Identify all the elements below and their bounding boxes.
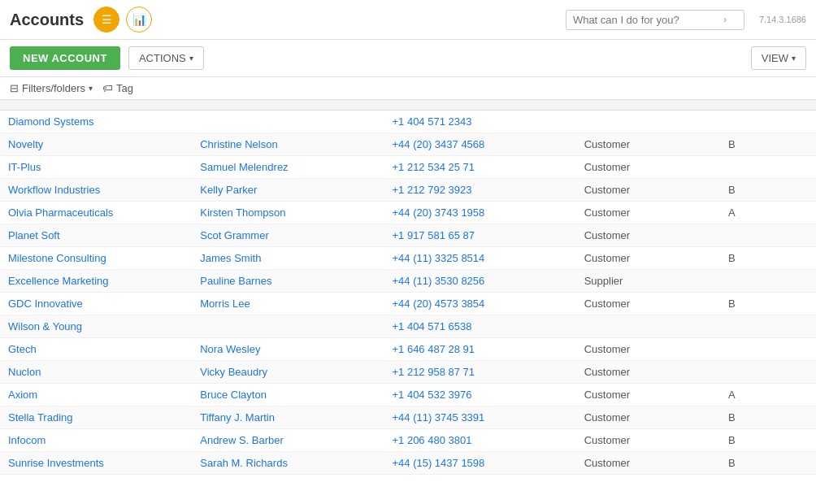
cell-contact[interactable]: Pauline Barnes — [192, 270, 384, 293]
filters-bar: ⊟ Filters/folders ▾ 🏷 Tag — [0, 77, 816, 100]
new-account-button[interactable]: NEW ACCOUNT — [10, 46, 120, 70]
cell-account[interactable]: Nuclon — [0, 361, 192, 384]
table-row: Diamond Systems+1 404 571 2343 — [0, 111, 816, 133]
cell-type: Customer — [576, 452, 720, 475]
col-header-type — [576, 100, 720, 111]
search-input[interactable] — [573, 14, 723, 26]
table-row: Wilson & Young+1 404 571 6538 — [0, 315, 816, 338]
cell-account[interactable]: Diamond Systems — [0, 111, 192, 133]
table-row: InfocomAndrew S. Barber+1 206 480 3801Cu… — [0, 429, 816, 452]
tag-button[interactable]: 🏷 Tag — [102, 82, 133, 94]
cell-rating: B — [720, 133, 816, 156]
table-row: Excellence MarketingPauline Barnes+44 (1… — [0, 270, 816, 293]
cell-contact[interactable]: Christine Nelson — [192, 133, 384, 156]
cell-contact[interactable]: Vicky Beaudry — [192, 361, 384, 384]
filters-label: Filters/folders — [22, 82, 85, 94]
cell-account[interactable]: Axiom — [0, 384, 192, 406]
col-header-rating — [720, 100, 816, 111]
list-view-button[interactable]: ☰ — [93, 7, 119, 33]
filter-icon: ⊟ — [10, 82, 19, 94]
table-row: Workflow IndustriesKelly Parker+1 212 79… — [0, 179, 816, 202]
cell-contact[interactable]: Samuel Melendrez — [192, 156, 384, 179]
cell-account[interactable]: Stella Trading — [0, 406, 192, 429]
tag-icon: 🏷 — [102, 82, 113, 94]
cell-phone: +44 (20) 4573 3854 — [384, 293, 575, 315]
cell-rating — [720, 111, 816, 133]
cell-contact[interactable]: Nora Wesley — [192, 338, 384, 361]
search-box[interactable]: › — [566, 10, 744, 30]
col-header-phone — [384, 100, 575, 111]
cell-account[interactable]: IT-Plus — [0, 156, 192, 179]
cell-account[interactable]: Excellence Marketing — [0, 270, 192, 293]
cell-type — [576, 315, 720, 338]
cell-rating: A — [720, 202, 816, 224]
accounts-table: Diamond Systems+1 404 571 2343NoveltyChr… — [0, 100, 816, 475]
cell-type: Customer — [576, 361, 720, 384]
cell-type: Customer — [576, 384, 720, 406]
cell-rating — [720, 270, 816, 293]
cell-rating — [720, 156, 816, 179]
table-row: Planet SoftScot Grammer+1 917 581 65 87C… — [0, 224, 816, 247]
list-icon: ☰ — [102, 13, 112, 26]
cell-account[interactable]: Novelty — [0, 133, 192, 156]
cell-account[interactable]: GDC Innovative — [0, 293, 192, 315]
chart-view-button[interactable]: 📊 — [126, 7, 152, 33]
cell-account[interactable]: Planet Soft — [0, 224, 192, 247]
cell-account[interactable]: Olvia Pharmaceuticals — [0, 202, 192, 224]
cell-phone: +1 917 581 65 87 — [384, 224, 575, 247]
cell-contact[interactable]: Bruce Clayton — [192, 384, 384, 406]
toolbar: NEW ACCOUNT ACTIONS ▾ VIEW ▾ — [0, 40, 816, 77]
cell-type — [576, 111, 720, 133]
cell-account[interactable]: Infocom — [0, 429, 192, 452]
table-row: Sunrise InvestmentsSarah M. Richards+44 … — [0, 452, 816, 475]
cell-type: Supplier — [576, 270, 720, 293]
cell-phone: +1 206 480 3801 — [384, 429, 575, 452]
view-button[interactable]: VIEW ▾ — [751, 46, 806, 70]
cell-contact — [192, 315, 384, 338]
tag-label: Tag — [116, 82, 133, 94]
table-row: Olvia PharmaceuticalsKirsten Thompson+44… — [0, 202, 816, 224]
cell-contact[interactable]: Kirsten Thompson — [192, 202, 384, 224]
cell-rating: B — [720, 406, 816, 429]
cell-contact[interactable]: Tiffany J. Martin — [192, 406, 384, 429]
actions-label: ACTIONS — [139, 52, 186, 64]
cell-type: Customer — [576, 429, 720, 452]
table-row: Milestone ConsultingJames Smith+44 (11) … — [0, 247, 816, 270]
cell-contact[interactable]: Sarah M. Richards — [192, 452, 384, 475]
cell-type: Customer — [576, 156, 720, 179]
cell-contact[interactable]: Kelly Parker — [192, 179, 384, 202]
cell-phone: +44 (11) 3745 3391 — [384, 406, 575, 429]
cell-account[interactable]: Milestone Consulting — [0, 247, 192, 270]
cell-rating — [720, 224, 816, 247]
table-row: NoveltyChristine Nelson+44 (20) 3437 456… — [0, 133, 816, 156]
cell-rating — [720, 361, 816, 384]
table-row: GtechNora Wesley+1 646 487 28 91Customer — [0, 338, 816, 361]
cell-account[interactable]: Wilson & Young — [0, 315, 192, 338]
actions-button[interactable]: ACTIONS ▾ — [128, 46, 204, 70]
cell-rating: B — [720, 452, 816, 475]
cell-contact[interactable]: Morris Lee — [192, 293, 384, 315]
filters-folders-button[interactable]: ⊟ Filters/folders ▾ — [10, 82, 93, 94]
cell-type: Customer — [576, 224, 720, 247]
cell-contact[interactable]: James Smith — [192, 247, 384, 270]
table-row: NuclonVicky Beaudry+1 212 958 87 71Custo… — [0, 361, 816, 384]
cell-contact[interactable]: Scot Grammer — [192, 224, 384, 247]
cell-type: Customer — [576, 338, 720, 361]
cell-type: Customer — [576, 202, 720, 224]
cell-type: Customer — [576, 406, 720, 429]
cell-account[interactable]: Sunrise Investments — [0, 452, 192, 475]
cell-phone: +1 212 792 3923 — [384, 179, 575, 202]
view-caret-icon: ▾ — [792, 54, 796, 63]
chart-icon: 📊 — [132, 13, 146, 26]
cell-account[interactable]: Gtech — [0, 338, 192, 361]
cell-contact[interactable]: Andrew S. Barber — [192, 429, 384, 452]
cell-rating — [720, 338, 816, 361]
cell-phone: +44 (11) 3530 8256 — [384, 270, 575, 293]
cell-rating: B — [720, 247, 816, 270]
cell-rating: B — [720, 179, 816, 202]
cell-phone: +1 404 571 6538 — [384, 315, 575, 338]
version-label: 7.14.3.1686 — [759, 15, 806, 24]
col-header-account — [0, 100, 192, 111]
cell-account[interactable]: Workflow Industries — [0, 179, 192, 202]
cell-rating: B — [720, 293, 816, 315]
